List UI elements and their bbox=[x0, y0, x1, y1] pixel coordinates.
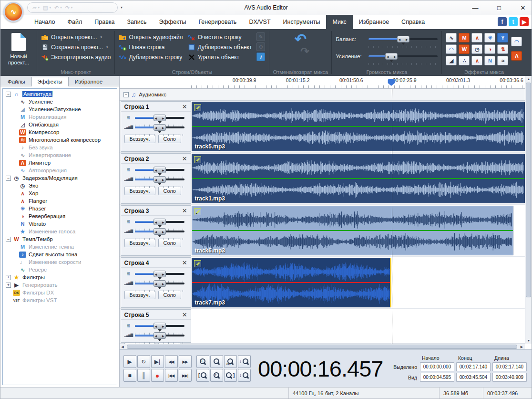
tree-item-rate[interactable]: ♩Изменение скорости bbox=[3, 258, 117, 266]
tree-item-reverb[interactable]: ◑Реверберация bbox=[3, 212, 117, 220]
twitter-icon[interactable]: t bbox=[509, 17, 518, 26]
audio-clip[interactable]: track6.mp3 bbox=[192, 206, 513, 255]
zoom-to-selection-button[interactable]: + bbox=[210, 369, 223, 382]
collapse-mix-icon[interactable]: − bbox=[123, 92, 129, 97]
time-field[interactable]: 00:03:40.909 bbox=[492, 373, 527, 382]
effect-mix-reverb-icon[interactable]: ◑ bbox=[484, 44, 495, 54]
effect-mix-mixer-icon[interactable]: ≈ bbox=[497, 56, 508, 65]
zoom-selection-end-button[interactable]: ] bbox=[224, 369, 237, 382]
track-lane[interactable]: track7.mp3 bbox=[192, 257, 525, 308]
effect-mix-pitch-shift-icon[interactable]: Y bbox=[497, 33, 508, 42]
scroll-down-icon[interactable]: ▼ bbox=[525, 337, 532, 344]
track-volume-slider[interactable]: ◀▶ bbox=[135, 332, 184, 339]
tree-item-phaser[interactable]: ✳Phaser bbox=[3, 205, 117, 212]
pause-button[interactable]: ║ bbox=[137, 369, 150, 382]
play-to-next-button[interactable]: ▶| bbox=[151, 355, 164, 368]
forward-button[interactable]: ▶▶ bbox=[179, 355, 192, 368]
effect-mix-filter-icon[interactable]: ◠ bbox=[511, 37, 522, 46]
edit-pencil-icon[interactable] bbox=[194, 260, 201, 267]
mix-gain-slider[interactable]: ◀▶ bbox=[368, 53, 438, 60]
tree-item-tempo-group[interactable]: −WТемп/Тембр bbox=[3, 235, 117, 243]
ribbon-duplicate-line-button[interactable]: Дублировать строку bbox=[119, 52, 183, 62]
vertical-scrollbar[interactable]: ▲ ▼ bbox=[525, 76, 532, 344]
expand-icon[interactable]: + bbox=[6, 283, 11, 288]
loop-button[interactable]: ↻ bbox=[137, 355, 150, 368]
menu-item-правка[interactable]: Правка bbox=[88, 15, 121, 29]
undo-mix-button[interactable]: ↶ bbox=[295, 32, 307, 46]
tree-item-generate[interactable]: +▶Генерировать bbox=[3, 281, 117, 289]
record-button[interactable]: ● bbox=[151, 369, 164, 382]
mix-gain-slider-thumb[interactable]: ◀▶ bbox=[385, 53, 398, 60]
close-button[interactable]: ✕ bbox=[518, 4, 528, 11]
collapse-icon[interactable]: − bbox=[6, 92, 11, 97]
tree-item-compressor[interactable]: WКомпрессор bbox=[3, 128, 117, 136]
track-balance-slider-thumb[interactable]: ◀▶ bbox=[153, 323, 166, 329]
audio-clip[interactable]: track7.mp3 bbox=[192, 258, 392, 307]
stop-button[interactable]: ■ bbox=[123, 369, 136, 382]
tree-item-chorus[interactable]: ∧Хор bbox=[3, 189, 117, 197]
track-volume-slider-thumb[interactable]: ◀▶ bbox=[153, 332, 166, 339]
maximize-button[interactable]: □ bbox=[494, 4, 504, 11]
ribbon-open-project-button[interactable]: Открыть проект...▾ bbox=[41, 32, 111, 42]
to-end-button[interactable]: ▶▶| bbox=[179, 369, 192, 382]
menu-item-избранное[interactable]: Избранное bbox=[353, 15, 395, 29]
track-lane[interactable]: track1.mp3 bbox=[192, 153, 525, 204]
track-volume-slider[interactable]: ◀▶ bbox=[135, 176, 184, 183]
tree-item-filters[interactable]: +★Фильтры bbox=[3, 273, 117, 281]
dropdown-arrow-icon[interactable]: ▾ bbox=[101, 35, 102, 39]
rewind-button[interactable]: ◀◀ bbox=[165, 355, 178, 368]
audio-clip[interactable]: track1.mp3 bbox=[192, 154, 525, 203]
track-volume-slider-thumb[interactable]: ◀▶ bbox=[153, 124, 166, 131]
effect-mix-flanger-icon[interactable]: ∧ bbox=[471, 56, 482, 65]
menu-item-файл[interactable]: Файл bbox=[61, 15, 89, 29]
track-balance-slider-thumb[interactable]: ◀▶ bbox=[153, 115, 166, 121]
effect-mix-vibrato-icon[interactable]: N bbox=[484, 56, 495, 65]
horizontal-scrollbar[interactable]: ◀ ▶ bbox=[120, 344, 525, 349]
menu-item-запись[interactable]: Запись bbox=[121, 15, 153, 29]
track-balance-slider[interactable]: ◀▶ bbox=[135, 271, 184, 277]
effect-mix-amplify-icon[interactable]: ∿ bbox=[446, 33, 457, 42]
track-volume-slider-thumb[interactable]: ◀▶ bbox=[153, 176, 166, 183]
close-track-icon[interactable]: ✕ bbox=[182, 207, 187, 214]
effect-mix-compressor-icon[interactable]: W bbox=[459, 44, 470, 54]
track-balance-slider[interactable]: ◀▶ bbox=[135, 115, 184, 121]
zoom-in-button[interactable]: + bbox=[196, 355, 209, 368]
tree-item-multiband[interactable]: ≋Многополосный компрессор bbox=[3, 136, 117, 144]
tree-item-pitch[interactable]: ♪Сдвиг высоты тона bbox=[3, 251, 117, 258]
track-lane[interactable]: track6.mp3 bbox=[192, 205, 525, 256]
tree-item-reverse[interactable]: ∿Реверс bbox=[3, 266, 117, 273]
track-volume-slider[interactable]: ◀▶ bbox=[135, 280, 184, 287]
menu-item-микс[interactable]: Микс bbox=[326, 15, 352, 29]
collapse-icon[interactable]: − bbox=[6, 237, 11, 242]
tree-item-amplify-fade[interactable]: ◢Усиление/Затухание bbox=[3, 105, 117, 113]
time-field[interactable]: 00:00:04.595 bbox=[420, 373, 454, 382]
redo-mix-button[interactable]: ↷ bbox=[300, 46, 309, 57]
tree-item-tempo-change[interactable]: MИзменение темпа bbox=[3, 243, 117, 251]
effect-mix-delay-icon[interactable]: ◷ bbox=[471, 44, 482, 54]
ribbon-delete-object-button[interactable]: Удалить объект bbox=[188, 52, 252, 62]
tree-item-voice[interactable]: ★Изменение голоса bbox=[3, 228, 117, 235]
mix-balance-slider[interactable]: ◀▶ bbox=[368, 36, 438, 42]
sidebar-tab-файлы[interactable]: Файлы bbox=[1, 77, 31, 86]
tree-item-normalize[interactable]: MНормализация bbox=[3, 113, 117, 121]
tree-item-vst[interactable]: VSTФильтры VST bbox=[3, 296, 117, 304]
tree-item-mute[interactable]: ♪Без звука bbox=[3, 144, 117, 151]
expand-icon[interactable]: + bbox=[6, 275, 11, 280]
to-start-button[interactable]: |◀◀ bbox=[165, 369, 178, 382]
tree-item-envelope[interactable]: ◿Огибающая bbox=[3, 121, 117, 128]
ribbon-open-audio-file-button[interactable]: Открыть аудиофайл bbox=[119, 32, 183, 42]
ribbon-new-line-button[interactable]: Новая строка bbox=[119, 42, 183, 52]
effect-mix-multiband-compressor-icon[interactable]: M bbox=[459, 33, 470, 42]
tree-item-echo[interactable]: ◷Эхо bbox=[3, 182, 117, 189]
ribbon-save-project-button[interactable]: Сохранить проект...▾ bbox=[41, 42, 111, 52]
zoom-out-button[interactable]: − bbox=[210, 355, 223, 368]
ribbon-clear-line-button[interactable]: Очистить строку bbox=[188, 32, 252, 42]
menu-item-начало[interactable]: Начало bbox=[28, 15, 61, 29]
tree-item-autocorrect[interactable]: ∿Автокоррекция bbox=[3, 167, 117, 174]
time-field[interactable]: 00:03:45.504 bbox=[456, 373, 491, 382]
track-volume-slider-thumb[interactable]: ◀▶ bbox=[153, 280, 166, 287]
tree-item-invert[interactable]: ∿Инвертирование bbox=[3, 151, 117, 159]
play-button[interactable]: ▶ bbox=[123, 355, 136, 368]
menu-item-инструменты[interactable]: Инструменты bbox=[277, 15, 327, 29]
effect-mix-phaser-icon[interactable]: ✳ bbox=[484, 33, 495, 42]
